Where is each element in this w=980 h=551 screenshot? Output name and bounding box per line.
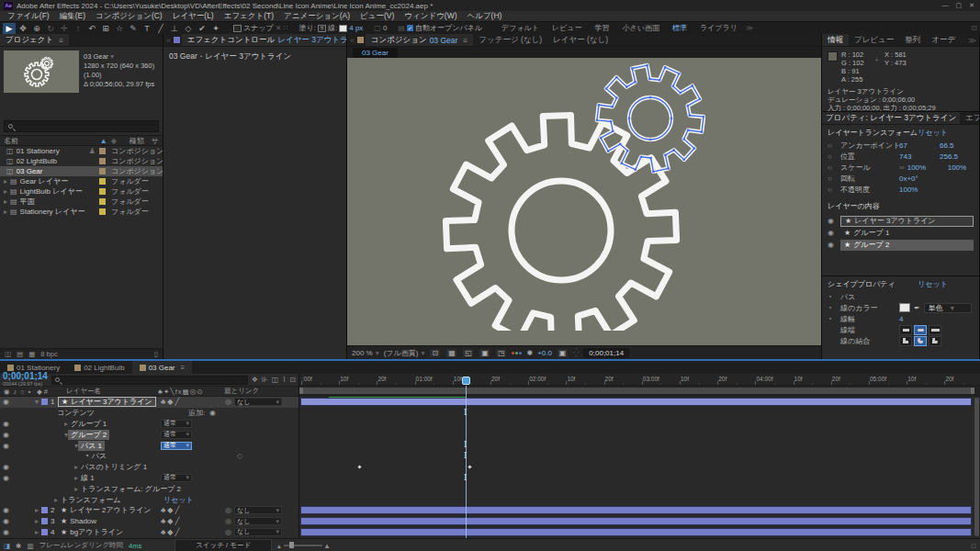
project-bit-depth[interactable]: 8 bpc — [40, 350, 57, 358]
switches-modes-button[interactable]: スイッチ / モード — [175, 539, 272, 551]
path-vertex[interactable] — [678, 73, 680, 74]
current-timecode[interactable]: 0;00;01;1400044 (29.97 fps) — [3, 372, 48, 388]
path-vertex[interactable] — [610, 120, 612, 122]
stroke-swatch[interactable] — [339, 25, 347, 32]
stopwatch-icon[interactable]: ○ — [828, 152, 840, 161]
spacing-value[interactable]: 0 — [383, 24, 387, 32]
path-vertex[interactable] — [680, 92, 681, 94]
stopwatch-icon[interactable]: ◔ — [828, 293, 840, 301]
project-item[interactable]: ▸▤Gear レイヤーフォルダー — [0, 176, 163, 186]
twirl-icon[interactable]: ▸ — [74, 463, 78, 471]
tab-footage[interactable]: フッテージ (なし) — [473, 34, 547, 46]
more-workspaces-icon[interactable]: ≫ — [746, 24, 753, 32]
mask-visibility-icon[interactable]: ◱ — [462, 348, 474, 358]
path-vertex[interactable] — [625, 85, 627, 87]
property-name[interactable]: グループ 1 — [68, 419, 109, 429]
layer-duration-bar[interactable] — [300, 398, 972, 406]
path-vertex[interactable] — [701, 130, 703, 132]
resolution-dropdown[interactable]: (フル画質)▾ — [384, 348, 425, 358]
layer-switches[interactable]: ♣◆╱ — [161, 398, 181, 406]
eye-icon[interactable]: ◉ — [3, 528, 9, 536]
grid-options-icon[interactable]: ∷ — [283, 24, 287, 32]
delete-icon[interactable]: ▯ — [154, 350, 158, 358]
folder-icon[interactable]: ▤ — [398, 24, 405, 32]
tab-properties[interactable]: プロパティ: レイヤー 3アウトライン — [822, 112, 960, 124]
eye-icon[interactable]: ◉ — [3, 474, 9, 482]
property-name[interactable]: パス 1 — [78, 441, 105, 451]
project-item[interactable]: ▸▤Stationery レイヤーフォルダー — [0, 207, 163, 217]
track-row[interactable] — [299, 429, 980, 440]
link-icon[interactable]: ∞ — [899, 163, 905, 172]
path-vertex[interactable] — [619, 143, 621, 145]
eye-icon[interactable]: ◉ — [828, 229, 840, 237]
grid-guides-icon[interactable]: ▦ — [445, 348, 457, 358]
snap-checkbox[interactable] — [233, 25, 242, 32]
exposure-icon[interactable]: ✱ — [526, 349, 533, 357]
layer-name[interactable]: ★bgアウトライン — [58, 527, 126, 537]
roi-icon[interactable]: ⊡ — [429, 348, 441, 358]
collapse-icon[interactable]: « — [347, 36, 357, 45]
workspace-標準[interactable]: 標準 — [666, 23, 693, 33]
parent-link[interactable]: ◎なし▾ — [225, 506, 282, 514]
twirl-icon[interactable]: ▸ — [74, 474, 78, 482]
composition-canvas[interactable] — [347, 58, 821, 345]
blend-mode-dropdown[interactable]: 通常▾ — [161, 431, 192, 439]
cap-butt-button[interactable] — [899, 325, 912, 335]
path-vertex[interactable] — [692, 84, 693, 86]
eraser-tool-icon[interactable]: ◇ — [182, 23, 195, 34]
panel-lock-icon[interactable] — [174, 37, 180, 43]
layer-switches[interactable]: ♣◆╱ — [161, 528, 181, 536]
path-vertex[interactable] — [664, 66, 666, 68]
layer-switches[interactable]: ♣◆╱ — [161, 517, 181, 525]
perf-icon[interactable]: ✱ — [16, 542, 21, 550]
pixel-aspect-icon[interactable]: ◳ — [495, 348, 507, 358]
property-name[interactable]: トランスフォーム — [58, 495, 123, 505]
menu-item-8[interactable]: ヘルプ(H) — [467, 11, 502, 22]
pickwhip-icon[interactable]: ◎ — [225, 506, 231, 514]
menu-item-5[interactable]: アニメーション(A) — [284, 11, 350, 22]
parent-link[interactable]: ◎なし▾ — [225, 528, 282, 536]
layer-duration-bar[interactable] — [300, 528, 972, 536]
track-row[interactable]: I — [299, 473, 980, 484]
eye-icon[interactable]: ◉ — [3, 517, 9, 525]
timeline-row[interactable]: ◉▸ グループ 1通常▾ — [0, 419, 299, 430]
stroke-width-value[interactable]: 4 px — [349, 24, 363, 32]
keyframe-icon[interactable] — [357, 465, 361, 468]
layer-name[interactable]: ★レイヤー 2アウトライン — [58, 505, 154, 515]
track-row[interactable] — [299, 462, 980, 473]
add-button[interactable]: 追加: — [188, 408, 205, 418]
transparency-grid-icon[interactable]: ▣ — [479, 348, 490, 358]
panel-menu-icon[interactable]: ≡ — [181, 364, 186, 372]
brush-tool-icon[interactable]: ╱ — [154, 23, 167, 34]
project-item[interactable]: ◫03 Gearコンポジション — [0, 166, 163, 176]
comp-mini-flowchart-icon[interactable]: ❖ — [252, 376, 258, 384]
dolly-camera-tool-icon[interactable]: ↕ — [72, 23, 84, 34]
label-chip[interactable] — [41, 507, 48, 513]
camera-tool-icon[interactable]: ⊞ — [99, 23, 112, 34]
path-vertex[interactable] — [683, 159, 685, 161]
workspace-小さい画面[interactable]: 小さい画面 — [616, 23, 666, 33]
comp-info-name[interactable]: 03 Gear — [84, 52, 108, 61]
stopwatch-icon[interactable]: ◔ — [828, 304, 840, 312]
parent-dropdown[interactable]: なし▾ — [234, 517, 282, 525]
minimize-button[interactable]: — — [942, 2, 949, 9]
label-chip[interactable] — [41, 518, 48, 524]
path-vertex[interactable] — [620, 163, 622, 164]
join-round-button[interactable] — [914, 336, 927, 346]
timeline-options-icon[interactable]: ⊡ — [971, 542, 976, 550]
orbit-camera-tool-icon[interactable]: ↻ — [44, 23, 57, 34]
property-name[interactable]: グループ 2 — [68, 430, 109, 440]
viewer-comp-subtab[interactable]: 03 Gear — [353, 48, 398, 58]
transform-value-1[interactable]: 100% — [899, 186, 940, 194]
path-vertex[interactable] — [631, 67, 633, 69]
property-name[interactable]: 線 1 — [78, 473, 97, 483]
layer-contents-row[interactable]: ◉★グループ 2 — [822, 239, 979, 251]
layer-contents-row[interactable]: ◉★レイヤー 3アウトライン — [822, 215, 979, 227]
pan-camera-tool-icon[interactable]: ✛ — [58, 23, 71, 34]
pickwhip-icon[interactable]: ◎ — [225, 528, 231, 536]
timeline-row[interactable]: ◉▾1★レイヤー 3アウトライン♣◆╱◎なし▾ — [0, 397, 299, 408]
twirl-icon[interactable]: ▸ — [64, 420, 68, 428]
track-row[interactable]: I — [299, 408, 980, 419]
timeline-row[interactable]: ◔ パス◇ — [0, 451, 299, 462]
label-chip[interactable] — [99, 188, 106, 195]
